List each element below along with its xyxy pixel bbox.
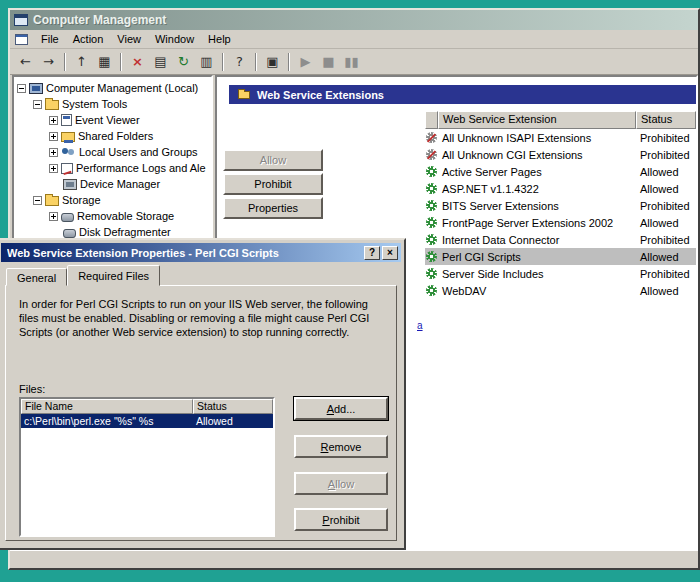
gear-icon xyxy=(426,183,437,194)
status-column-header[interactable]: Status xyxy=(193,399,273,414)
tree-item-performance-logs[interactable]: Performance Logs and Ale xyxy=(14,160,211,176)
menu-view[interactable]: View xyxy=(110,31,148,47)
extension-row[interactable]: ASP.NET v1.1.4322 Allowed xyxy=(425,180,696,197)
tab-general[interactable]: General xyxy=(6,268,67,286)
menu-action[interactable]: Action xyxy=(66,31,111,47)
refresh-button[interactable]: ↻ xyxy=(172,51,195,73)
back-button[interactable]: ← xyxy=(14,51,37,73)
extension-row[interactable]: All Unknown CGI Extensions Prohibited xyxy=(425,146,696,163)
files-label: Files: xyxy=(19,383,45,395)
export-list-button[interactable]: ▥ xyxy=(195,51,218,73)
device-manager-icon xyxy=(63,179,77,190)
extension-row[interactable]: WebDAV Allowed xyxy=(425,282,696,299)
files-listbox: File Name Status c:\Perl\bin\perl.exe "%… xyxy=(19,397,275,537)
back-icon: ← xyxy=(20,54,31,69)
up-icon: ↑ xyxy=(76,54,87,69)
collapse-icon[interactable] xyxy=(17,84,26,93)
collapse-icon[interactable] xyxy=(33,196,42,205)
show-hide-console-tree-icon: ▦ xyxy=(98,54,110,69)
properties-button[interactable]: ▤ xyxy=(149,51,172,73)
add-button[interactable]: Add... xyxy=(294,397,388,420)
extension-column-header[interactable]: Web Service Extension xyxy=(438,111,636,129)
toolbar-separator xyxy=(288,53,290,71)
help-icon: ? xyxy=(236,54,243,69)
tree-item-shared-folders[interactable]: Shared Folders xyxy=(14,128,211,144)
extension-row-selected[interactable]: Perl CGI Scripts Allowed xyxy=(425,248,696,265)
export-list-icon: ▥ xyxy=(200,54,212,69)
extension-row[interactable]: BITS Server Extensions Prohibited xyxy=(425,197,696,214)
tree-item-device-manager[interactable]: Device Manager xyxy=(14,176,211,192)
expand-icon[interactable] xyxy=(49,116,58,125)
toolbar: ← → ↑ ▦ × ▤ ↻ ▥ ? ▣ ▶ ■ ▮▮ xyxy=(10,49,698,75)
toolbar-separator xyxy=(64,53,66,71)
remove-button[interactable]: Remove xyxy=(294,435,388,458)
expand-icon[interactable] xyxy=(49,164,58,173)
start-service-button[interactable]: ▶ xyxy=(294,51,317,73)
up-button[interactable]: ↑ xyxy=(70,51,93,73)
pause-service-button[interactable]: ▮▮ xyxy=(340,51,363,73)
tree-item-removable-storage[interactable]: Removable Storage xyxy=(14,208,211,224)
allow-button[interactable]: Allow xyxy=(294,472,388,495)
status-column-header[interactable]: Status xyxy=(636,111,696,129)
extension-list: All Unknown ISAPI Extensions Prohibited … xyxy=(425,129,696,299)
menu-file[interactable]: File xyxy=(34,31,66,47)
expand-icon[interactable] xyxy=(49,148,58,157)
menu-help[interactable]: Help xyxy=(201,31,238,47)
delete-button[interactable]: × xyxy=(126,51,149,73)
event-viewer-icon xyxy=(61,114,72,126)
performance-icon xyxy=(61,163,73,174)
gear-icon xyxy=(426,132,437,143)
expand-icon[interactable] xyxy=(49,212,58,221)
tree-item-system-tools[interactable]: System Tools xyxy=(14,96,211,112)
extension-row[interactable]: Active Server Pages Allowed xyxy=(425,163,696,180)
tree-item-label: Storage xyxy=(62,194,101,206)
computer-management-icon xyxy=(14,14,28,26)
gear-icon xyxy=(426,268,437,279)
file-row-selected[interactable]: c:\Perl\bin\perl.exe "%s" %s Allowed xyxy=(21,414,273,428)
delete-icon: × xyxy=(132,54,143,69)
dialog-titlebar[interactable]: Web Service Extension Properties - Perl … xyxy=(1,243,401,262)
tab-panel: In order for Perl CGI Scripts to run on … xyxy=(5,285,397,541)
prohibit-button[interactable]: Prohibit xyxy=(294,508,388,531)
icon-column-header[interactable] xyxy=(425,111,438,129)
file-status-cell: Allowed xyxy=(193,415,273,427)
console-window-icon[interactable] xyxy=(15,34,28,45)
pause-icon: ▮▮ xyxy=(344,54,358,69)
file-name-column-header[interactable]: File Name xyxy=(21,399,193,414)
extension-row[interactable]: Internet Data Connector Prohibited xyxy=(425,231,696,248)
extension-row[interactable]: FrontPage Server Extensions 2002 Allowed xyxy=(425,214,696,231)
extension-row[interactable]: Server Side Includes Prohibited xyxy=(425,265,696,282)
gear-icon xyxy=(426,149,437,160)
close-button[interactable]: × xyxy=(382,246,398,260)
show-hide-console-tree-button[interactable]: ▦ xyxy=(93,51,116,73)
help-button[interactable]: ? xyxy=(364,246,380,260)
tree-item-label: Computer Management (Local) xyxy=(46,82,198,94)
tree-item-local-users-and-groups[interactable]: Local Users and Groups xyxy=(14,144,211,160)
link-fragment[interactable]: a xyxy=(417,320,423,331)
menu-bar: File Action View Window Help xyxy=(10,30,698,49)
menu-window[interactable]: Window xyxy=(148,31,201,47)
expand-icon[interactable] xyxy=(49,132,58,141)
tab-required-files[interactable]: Required Files xyxy=(67,265,160,286)
gear-icon xyxy=(426,234,437,245)
stop-service-button[interactable]: ■ xyxy=(317,51,340,73)
gear-icon xyxy=(426,166,437,177)
window-button[interactable]: ▣ xyxy=(261,51,284,73)
forward-button[interactable]: → xyxy=(37,51,60,73)
collapse-icon[interactable] xyxy=(33,100,42,109)
window-titlebar[interactable]: Computer Management xyxy=(10,10,698,30)
tree-item-computer-management[interactable]: Computer Management (Local) xyxy=(14,80,211,96)
properties-button[interactable]: Properties xyxy=(223,197,323,219)
tree-item-event-viewer[interactable]: Event Viewer xyxy=(14,112,211,128)
toolbar-separator xyxy=(222,53,224,71)
dialog-title: Web Service Extension Properties - Perl … xyxy=(7,247,362,259)
allow-button[interactable]: Allow xyxy=(223,149,323,171)
help-button[interactable]: ? xyxy=(228,51,251,73)
tree-item-storage[interactable]: Storage xyxy=(14,192,211,208)
extension-row[interactable]: All Unknown ISAPI Extensions Prohibited xyxy=(425,129,696,146)
files-list-header: File Name Status xyxy=(21,399,273,414)
shared-folders-icon xyxy=(61,132,75,142)
prohibit-button[interactable]: Prohibit xyxy=(223,173,323,195)
users-icon xyxy=(61,147,76,158)
gear-icon xyxy=(426,200,437,211)
